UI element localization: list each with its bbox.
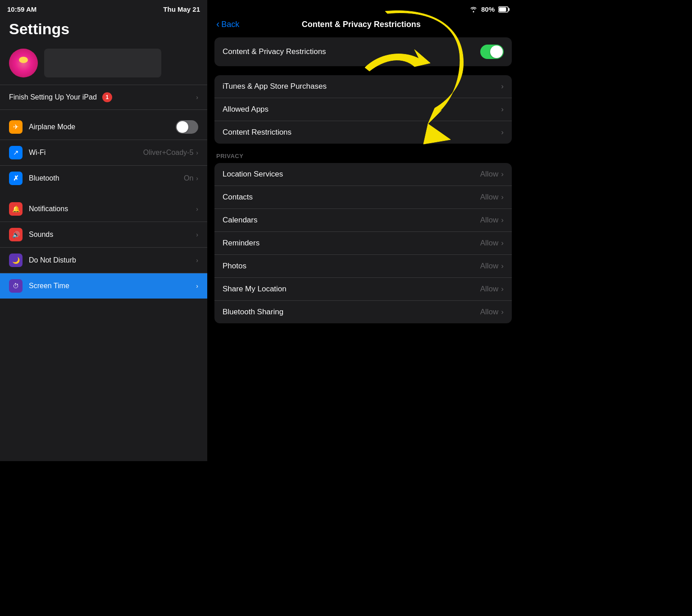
avatar[interactable]: [9, 49, 38, 77]
bluetooth-sharing-value: Allow: [480, 308, 499, 317]
content-restrictions-chevron: ›: [501, 128, 504, 137]
battery-icon: [498, 6, 510, 13]
sounds-item[interactable]: 🔊 Sounds ›: [0, 222, 207, 248]
photos-value: Allow: [480, 262, 499, 271]
reminders-label: Reminders: [223, 239, 260, 248]
share-my-location-right: Allow ›: [480, 285, 504, 294]
bluetooth-chevron: ›: [196, 175, 198, 182]
svg-rect-1: [509, 8, 510, 11]
setup-label: Finish Setting Up Your iPad: [9, 93, 97, 101]
wifi-label: Wi-Fi: [29, 149, 46, 157]
bluetooth-sharing-row[interactable]: Bluetooth Sharing Allow ›: [214, 301, 512, 323]
photos-row[interactable]: Photos Allow ›: [214, 255, 512, 278]
date: Thu May 21: [163, 5, 200, 13]
screen-time-chevron: ›: [196, 282, 198, 290]
dnd-icon-box: 🌙: [9, 254, 23, 267]
battery-level: 80%: [481, 5, 495, 13]
setup-row-left: Finish Setting Up Your iPad 1: [9, 92, 112, 102]
dnd-icon: 🌙: [12, 257, 20, 264]
calendars-chevron: ›: [501, 216, 504, 225]
contacts-value: Allow: [480, 193, 499, 202]
airplane-icon-box: ✈: [9, 120, 23, 134]
photos-label: Photos: [223, 262, 246, 271]
wifi-icon-box: ↗: [9, 146, 23, 159]
notifications-icon-box: 🔔: [9, 202, 23, 216]
wifi-item[interactable]: ↗ Wi-Fi Oliver+Coady-5 ›: [0, 140, 207, 166]
setup-chevron: ›: [196, 94, 198, 101]
do-not-disturb-item[interactable]: 🌙 Do Not Disturb ›: [0, 248, 207, 273]
content-restrictions-label: Content Restrictions: [223, 128, 291, 137]
location-services-row[interactable]: Location Services Allow ›: [214, 163, 512, 186]
bluetooth-left: ✗ Bluetooth: [9, 172, 59, 185]
back-label: Back: [221, 20, 239, 29]
main-toggle-row[interactable]: Content & Privacy Restrictions: [214, 37, 512, 66]
wifi-chevron: ›: [196, 149, 198, 156]
wifi-status-icon: [469, 6, 478, 13]
back-chevron: ‹: [216, 18, 219, 30]
notifications-label: Notifications: [29, 205, 68, 213]
allowed-apps-chevron: ›: [501, 105, 504, 114]
bluetooth-sharing-label: Bluetooth Sharing: [223, 308, 283, 317]
bluetooth-right: On ›: [184, 174, 198, 182]
avatar-image: [9, 49, 38, 77]
notifications-chevron: ›: [196, 205, 198, 213]
settings-title: Settings: [0, 17, 207, 45]
contacts-chevron: ›: [501, 193, 504, 202]
bluetooth-sharing-right: Allow ›: [480, 308, 504, 317]
bluetooth-icon: ✗: [13, 174, 19, 182]
profile-section[interactable]: [0, 45, 207, 85]
location-services-label: Location Services: [223, 170, 283, 179]
nav-bar: ‹ Back Content & Privacy Restrictions: [207, 17, 519, 37]
bluetooth-label: Bluetooth: [29, 174, 59, 182]
bluetooth-value: On: [184, 174, 193, 182]
reminders-right: Allow ›: [480, 239, 504, 248]
content-restrictions-right: ›: [501, 128, 504, 137]
calendars-value: Allow: [480, 216, 499, 225]
wifi-value: Oliver+Coady-5: [143, 149, 194, 157]
right-panel: 80% ‹ Back Content & Privacy Restriction…: [207, 0, 519, 461]
spacer1: [0, 192, 207, 196]
location-services-value: Allow: [480, 170, 499, 179]
setup-row[interactable]: Finish Setting Up Your iPad 1 ›: [0, 85, 207, 110]
itunes-chevron: ›: [501, 82, 504, 91]
allowed-apps-right: ›: [501, 105, 504, 114]
notifications-left: 🔔 Notifications: [9, 202, 68, 216]
contacts-label: Contacts: [223, 193, 253, 202]
privacy-group: Location Services Allow › Contacts Allow…: [214, 163, 512, 323]
location-services-chevron: ›: [501, 170, 504, 179]
profile-name-area[interactable]: [44, 49, 161, 77]
itunes-label: iTunes & App Store Purchases: [223, 82, 327, 91]
screen-time-icon: ⏱: [13, 282, 19, 290]
status-bar-left: 10:59 AM Thu May 21: [0, 0, 207, 17]
system-group: 🔔 Notifications › 🔊 Sounds › 🌙 Do Not Di…: [0, 196, 207, 299]
status-bar-right: 80%: [207, 0, 519, 17]
photos-chevron: ›: [501, 262, 504, 271]
content-restrictions-row[interactable]: Content Restrictions ›: [214, 121, 512, 144]
itunes-row[interactable]: iTunes & App Store Purchases ›: [214, 75, 512, 98]
notifications-item[interactable]: 🔔 Notifications ›: [0, 196, 207, 222]
notifications-icon: 🔔: [12, 205, 20, 213]
bluetooth-item[interactable]: ✗ Bluetooth On ›: [0, 166, 207, 191]
itunes-right: ›: [501, 82, 504, 91]
sounds-icon: 🔊: [12, 231, 20, 238]
airplane-toggle[interactable]: [176, 120, 198, 134]
photos-right: Allow ›: [480, 262, 504, 271]
app-sections-group: iTunes & App Store Purchases › Allowed A…: [214, 75, 512, 144]
calendars-right: Allow ›: [480, 216, 504, 225]
back-button[interactable]: ‹ Back: [216, 18, 239, 30]
airplane-mode-item[interactable]: ✈ Airplane Mode: [0, 114, 207, 140]
main-toggle[interactable]: [480, 45, 504, 59]
reminders-value: Allow: [480, 239, 499, 248]
status-right: 80%: [469, 5, 510, 13]
calendars-row[interactable]: Calendars Allow ›: [214, 209, 512, 232]
allowed-apps-row[interactable]: Allowed Apps ›: [214, 98, 512, 121]
contacts-row[interactable]: Contacts Allow ›: [214, 186, 512, 209]
wifi-right: Oliver+Coady-5 ›: [143, 149, 198, 157]
share-my-location-row[interactable]: Share My Location Allow ›: [214, 278, 512, 301]
reminders-row[interactable]: Reminders Allow ›: [214, 232, 512, 255]
time: 10:59 AM: [7, 5, 36, 13]
sounds-label: Sounds: [29, 231, 53, 239]
main-toggle-knob: [490, 45, 503, 58]
screen-time-item[interactable]: ⏱ Screen Time ›: [0, 273, 207, 299]
bluetooth-sharing-chevron: ›: [501, 308, 504, 317]
